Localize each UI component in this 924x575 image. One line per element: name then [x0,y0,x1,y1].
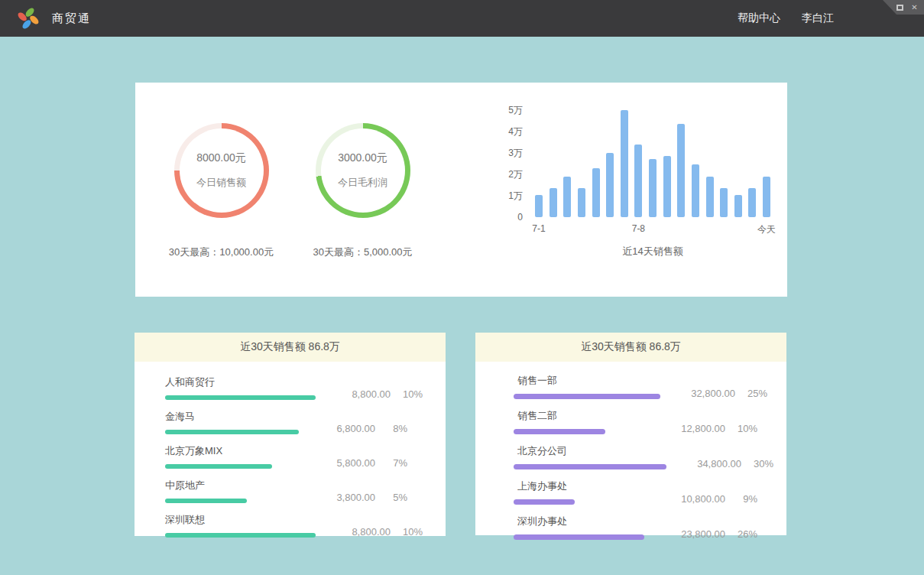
sales-bar [649,159,657,217]
summary-panel: 8000.00元 今日销售额 30天最高：10,000.00元 3000.00元… [135,83,787,297]
rank-amount: 5,800.00 [310,457,375,469]
window-controls: ✕ [880,0,924,15]
rank-amount: 8,800.00 [325,388,391,400]
rank-amount: 8,800.00 [325,526,391,538]
y-tick: 2万 [508,169,523,180]
maximize-icon[interactable] [896,3,904,11]
today-sales-donut-chart: 8000.00元 今日销售额 [174,123,269,218]
rank-amount: 6,800.00 [310,423,375,434]
help-center-link[interactable]: 帮助中心 [738,11,780,25]
rank-name: 上海办事处 [514,479,650,493]
today-profit-donut-chart: 3000.00元 今日毛利润 [316,123,410,218]
rank-name: 北京万象MIX [165,444,300,458]
rank-percent: 26% [725,528,757,540]
y-tick: 0 [517,212,523,223]
rank-progress-bar [165,430,299,434]
department-rank-title: 近30天销售额 86.8万 [475,333,786,362]
sales-bar [692,164,699,217]
rank-percent: 10% [391,388,423,400]
rank-percent: 5% [375,492,407,503]
rank-name: 销售一部 [514,374,660,388]
customer-rank-title: 近30天销售额 86.8万 [135,333,446,362]
rank-name: 北京分公司 [514,444,666,458]
rank-progress-bar [514,499,575,505]
rank-amount: 10,800.00 [660,493,725,505]
rank-progress-bar [165,499,247,503]
y-tick: 3万 [508,148,523,158]
today-profit-value: 3000.00元 [338,151,387,165]
today-sales-30d-max: 30天最高：10,000.00元 [169,245,274,259]
rank-progress-bar [514,429,605,434]
sales-bar [592,168,600,217]
sales-bar [763,177,770,217]
rank-row: 北京分公司34,800.0030% [514,444,757,469]
today-sales-value: 8000.00元 [196,151,246,165]
sales-bar [663,156,671,217]
rank-name: 金海马 [165,410,300,424]
rank-name: 中原地产 [165,479,300,492]
x-axis: 7-17-8今天 [535,217,770,234]
sales-14d-chart: 0 1万 2万 3万 4万 5万 7-17-8今天 近14天销售额 [500,110,787,258]
rank-progress-bar [165,533,316,538]
rank-row: 深圳办事处23,800.0026% [514,515,757,540]
y-axis: 0 1万 2万 3万 4万 5万 [500,110,523,217]
rank-amount: 32,800.00 [669,388,735,399]
rank-percent: 25% [735,388,767,399]
username-menu[interactable]: 李白江 [802,11,834,25]
rank-progress-bar [165,464,272,469]
rank-progress-bar [165,395,316,400]
y-tick: 1万 [508,190,523,201]
app-title: 商贸通 [52,11,91,26]
rank-percent: 30% [741,458,773,469]
app-window: 商贸通 帮助中心 李白江 ✕ 8000.00元 今日销售额 30天最高：10,0… [0,0,924,575]
sales-bar [748,188,756,217]
rank-name: 销售二部 [514,409,650,423]
rank-row: 销售二部12,800.0010% [514,409,757,434]
sales-bar [677,124,685,217]
sales-bar [720,188,728,217]
department-sales-rank-card: 近30天销售额 86.8万 销售一部32,800.0025%销售二部12,800… [475,333,786,535]
rank-amount: 3,800.00 [310,492,375,503]
rank-amount: 34,800.00 [676,458,741,469]
y-tick: 4万 [508,126,523,137]
rank-percent: 7% [375,457,407,469]
rank-progress-bar [514,394,660,399]
customer-sales-rank-card: 近30天销售额 86.8万 人和商贸行8,800.0010%金海马6,800.0… [135,333,446,536]
rank-percent: 10% [725,423,757,434]
x-axis-label: 今天 [757,223,776,236]
rank-name: 深圳联想 [165,513,316,527]
rank-percent: 9% [725,493,757,505]
sales-bar [578,188,585,217]
sales-bar [606,153,614,217]
rank-row: 销售一部32,800.0025% [514,374,757,399]
minimize-icon[interactable] [881,3,890,11]
y-tick: 5万 [508,105,523,115]
today-sales-label: 今日销售额 [196,176,246,190]
rank-amount: 23,800.00 [660,528,725,540]
rank-progress-bar [514,464,666,469]
pinwheel-logo-icon [15,5,41,31]
rank-percent: 8% [375,423,407,434]
close-icon[interactable]: ✕ [910,3,919,11]
rank-row: 金海马6,800.008% [165,410,407,434]
sales-14d-caption: 近14天销售额 [535,245,770,258]
rank-amount: 12,800.00 [660,423,725,434]
sales-bar [634,145,642,217]
sales-bar [563,177,571,217]
sales-bar [550,188,557,217]
bar-chart-plot [535,110,770,217]
rank-row: 北京万象MIX5,800.007% [165,444,407,469]
today-profit-label: 今日毛利润 [338,176,387,190]
sales-bar [706,177,714,217]
x-axis-label: 7-1 [532,223,545,234]
rank-progress-bar [514,534,644,540]
today-profit-30d-max: 30天最高：5,000.00元 [313,245,412,259]
rank-name: 深圳办事处 [514,515,650,528]
today-sales-widget: 8000.00元 今日销售额 30天最高：10,000.00元 [151,123,292,259]
today-profit-widget: 3000.00元 今日毛利润 30天最高：5,000.00元 [292,123,433,259]
rank-name: 人和商贸行 [165,375,316,389]
rank-percent: 10% [391,526,423,538]
rank-row: 深圳联想8,800.0010% [165,513,407,538]
sales-bar [734,195,742,217]
sales-bar [535,195,543,217]
